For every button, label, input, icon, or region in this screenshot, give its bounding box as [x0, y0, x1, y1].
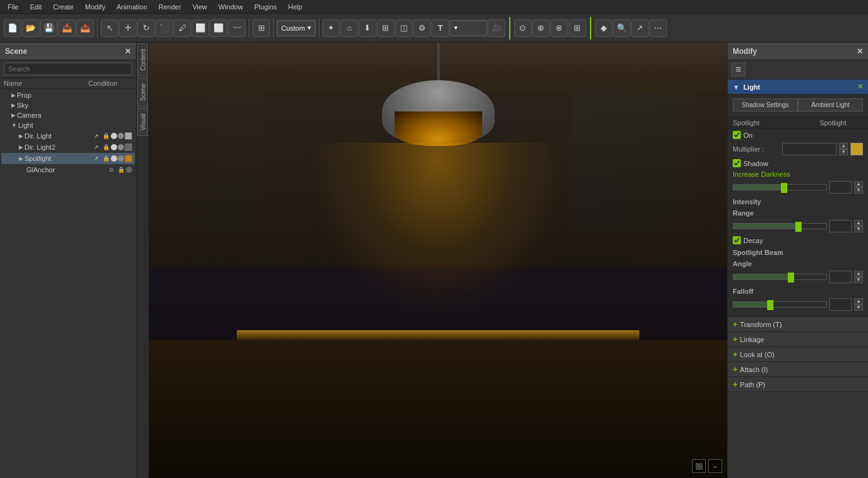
tree-item-sky[interactable]: ▶ Sky [1, 100, 135, 110]
sun-btn[interactable]: ✦ [323, 19, 340, 37]
anim1-btn[interactable]: ⊙ [514, 19, 532, 37]
open-btn[interactable]: 📂 [22, 19, 39, 37]
falloff-slider-thumb[interactable] [767, 300, 773, 310]
multiplier-input[interactable]: 1.45 [782, 143, 837, 155]
anim3-btn[interactable]: ⊗ [550, 19, 568, 37]
grid-btn[interactable]: ⊞ [377, 19, 395, 37]
tool5-btn[interactable]: 🖊 [173, 19, 191, 37]
menu-render[interactable]: Render [153, 2, 186, 12]
range-slider-container[interactable] [733, 223, 827, 229]
save-btn[interactable]: 💾 [40, 19, 58, 37]
new-btn[interactable]: 📄 [4, 19, 21, 37]
custom-dropdown[interactable]: Custom ▾ [277, 20, 316, 36]
menu-help[interactable]: Help [283, 2, 307, 12]
modify-close[interactable]: ✕ [857, 47, 863, 56]
visual-tab[interactable]: Visual [137, 108, 148, 136]
select-btn[interactable]: ↖ [101, 19, 118, 37]
dl-btn[interactable]: ⬇ [359, 19, 376, 37]
angle-down[interactable]: ▼ [854, 277, 863, 283]
tool7-btn[interactable]: ⬜ [210, 19, 227, 37]
camera-btn[interactable]: 🎥 [488, 19, 505, 37]
menu-animation[interactable]: Animation [111, 2, 152, 12]
scene-tab[interactable]: Scene [137, 78, 148, 107]
tool-diamond[interactable]: ◆ [595, 19, 612, 37]
lookat-section[interactable]: + Look at (O) [728, 347, 868, 362]
filter-icon-btn[interactable]: ≡ [731, 63, 745, 76]
multiplier-up[interactable]: ▲ [839, 143, 848, 149]
t-btn[interactable]: T [431, 19, 449, 37]
darkness-slider-container[interactable] [733, 184, 827, 190]
multiplier-down[interactable]: ▼ [839, 149, 848, 155]
content-tab[interactable]: Content [137, 43, 148, 76]
angle-slider-container[interactable] [733, 274, 827, 280]
view2-btn[interactable]: ⚙ [413, 19, 431, 37]
search-input[interactable] [4, 63, 132, 75]
anim4-btn[interactable]: ⊞ [569, 19, 586, 37]
tree-item-dirlight2[interactable]: ▶ Dir. Light2 ↗ 🔒 [1, 142, 135, 153]
path-section[interactable]: + Path (P) [728, 377, 868, 392]
rotate-btn[interactable]: ↻ [137, 19, 155, 37]
viewport-overlay: ⬛ ↔ [692, 459, 722, 473]
tree-item-spotlight[interactable]: ▶ Spotlight ↗ 🔒 [1, 153, 135, 164]
light-section-x[interactable]: ✕ [857, 83, 863, 91]
linkage-section[interactable]: + Linkage [728, 332, 868, 347]
tree-item-dirlight[interactable]: ▶ Dir. Light ↗ 🔒 [1, 130, 135, 142]
darkness-up[interactable]: ▲ [854, 181, 863, 187]
tool-zoom[interactable]: 🔍 [613, 19, 631, 37]
anim2-btn[interactable]: ⊕ [532, 19, 550, 37]
transform-section[interactable]: + Transform (T) [728, 317, 868, 332]
menu-edit[interactable]: Edit [25, 2, 47, 12]
range-down[interactable]: ▼ [854, 226, 863, 232]
vp-icon-btn[interactable]: ⬛ [692, 459, 706, 473]
falloff-slider-container[interactable] [733, 301, 827, 308]
light-arrow: ▼ [11, 122, 17, 128]
scene-close[interactable]: ✕ [125, 47, 131, 56]
angle-slider-thumb[interactable] [788, 273, 794, 283]
menu-plugins[interactable]: Plugins [249, 2, 282, 12]
attach-section[interactable]: + Attach (I) [728, 362, 868, 377]
darkness-slider-thumb[interactable] [781, 183, 787, 193]
tree-item-prop[interactable]: ▶ Prop [1, 90, 135, 100]
menu-modify[interactable]: Modify [80, 2, 110, 12]
home-btn[interactable]: ⌂ [341, 19, 358, 37]
angle-up[interactable]: ▲ [854, 271, 863, 277]
range-value[interactable]: 3000 [829, 220, 852, 232]
menu-file[interactable]: File [3, 2, 24, 12]
tool6-btn[interactable]: ⬜ [192, 19, 209, 37]
falloff-value[interactable]: 30 [829, 298, 852, 311]
tree-item-camera[interactable]: ▶ Camera [1, 110, 135, 120]
snap-btn[interactable]: ⊞ [252, 19, 270, 37]
darkness-down[interactable]: ▼ [854, 187, 863, 194]
decay-checkbox[interactable] [733, 236, 741, 244]
shadow-settings-tab[interactable]: Shadow Settings [733, 98, 798, 112]
falloff-label: Falloff [728, 285, 868, 296]
tree-item-glanchor[interactable]: GlAnchor ⊙ 🔒 [1, 164, 135, 175]
darkness-value[interactable]: 40 [829, 181, 852, 194]
menu-window[interactable]: Window [214, 2, 248, 12]
export-btn[interactable]: 📤 [76, 19, 94, 37]
import-btn[interactable]: 📥 [58, 19, 76, 37]
tool-extra[interactable]: ⋯ [649, 19, 667, 37]
tool8-btn[interactable]: 〰 [228, 19, 245, 37]
tool-share[interactable]: ↗ [631, 19, 649, 37]
scale-btn[interactable]: ⬛ [155, 19, 173, 37]
range-up[interactable]: ▲ [854, 220, 863, 226]
falloff-up[interactable]: ▲ [854, 298, 863, 304]
on-checkbox[interactable] [733, 131, 741, 139]
tree-item-light[interactable]: ▼ Light [1, 120, 135, 130]
view-btn[interactable]: ◫ [395, 19, 413, 37]
move-btn[interactable]: ✛ [119, 19, 137, 37]
falloff-down[interactable]: ▼ [854, 304, 863, 311]
range-slider-thumb[interactable] [795, 222, 802, 232]
mode-dropdown[interactable]: ▾ [450, 20, 487, 36]
shadow-checkbox[interactable] [733, 159, 741, 167]
spotlight-dot [111, 155, 117, 162]
menu-create[interactable]: Create [48, 2, 79, 12]
color-swatch[interactable] [850, 143, 863, 155]
menu-view[interactable]: View [187, 2, 212, 12]
ambient-light-tab[interactable]: Ambient Light [798, 98, 863, 112]
angle-value[interactable]: 94 [829, 271, 852, 283]
col-name-header: Name [4, 80, 88, 87]
vp-arrows-btn[interactable]: ↔ [708, 459, 722, 473]
increase-darkness-link[interactable]: Increase Darkness [728, 169, 868, 179]
